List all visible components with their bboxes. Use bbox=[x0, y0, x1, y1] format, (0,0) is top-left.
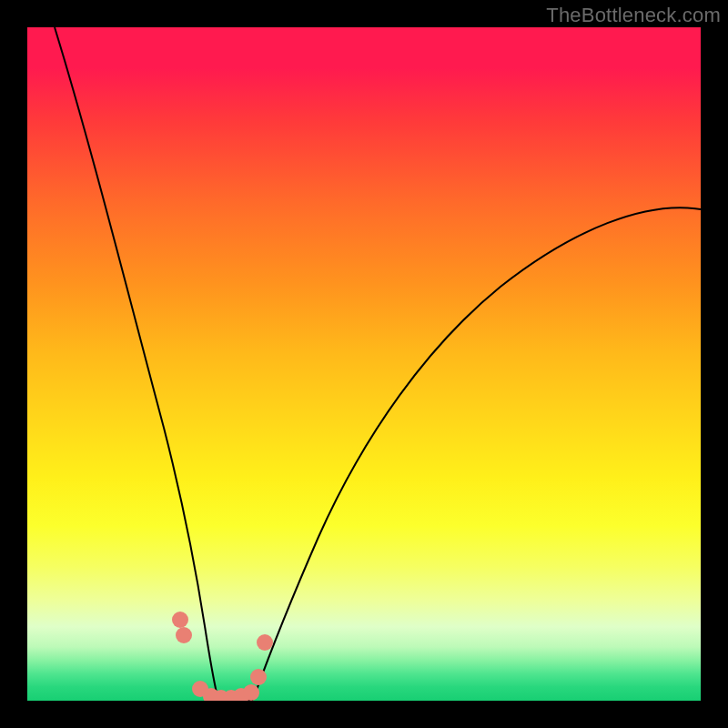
plot-area bbox=[27, 27, 701, 701]
chart-frame: TheBottleneck.com bbox=[0, 0, 728, 728]
watermark-text: TheBottleneck.com bbox=[546, 4, 721, 27]
